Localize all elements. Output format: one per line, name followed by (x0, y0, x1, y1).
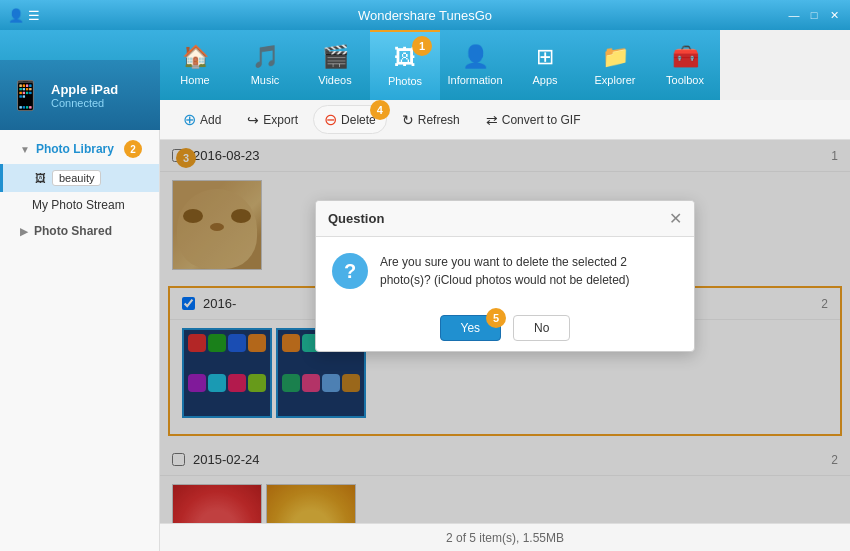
apps-icon: ⊞ (536, 44, 554, 70)
step4-badge: 4 (370, 100, 390, 120)
refresh-icon: ↻ (402, 112, 414, 128)
videos-icon: 🎬 (322, 44, 349, 70)
device-status: Connected (51, 97, 118, 109)
toolbox-icon: 🧰 (672, 44, 699, 70)
photo-library-label: Photo Library (36, 142, 114, 156)
information-icon: 👤 (462, 44, 489, 70)
photo-stream-label: My Photo Stream (32, 198, 125, 212)
beauity-badge: beauity (52, 170, 101, 186)
menu-icon: ☰ (28, 8, 40, 23)
maximize-button[interactable]: □ (806, 7, 822, 23)
dialog-header: Question ✕ (316, 201, 694, 237)
nav-information-label: Information (447, 74, 502, 86)
nav-information[interactable]: 👤 Information (440, 30, 510, 100)
yes-label: Yes (461, 321, 481, 335)
status-text: 2 of 5 item(s), 1.55MB (446, 531, 564, 545)
nav-videos-label: Videos (318, 74, 351, 86)
dialog-message: Are you sure you want to delete the sele… (380, 253, 678, 289)
refresh-button[interactable]: ↻ Refresh (391, 107, 471, 133)
dialog-title: Question (328, 211, 384, 226)
sidebar-item-beauity[interactable]: 🖼 beauity (0, 164, 159, 192)
convert-gif-button[interactable]: ⇄ Convert to GIF (475, 107, 592, 133)
content-area[interactable]: 2016-08-23 1 (160, 140, 850, 523)
yes-button[interactable]: 5 Yes (440, 315, 502, 341)
convert-gif-label: Convert to GIF (502, 113, 581, 127)
nav-apps-label: Apps (532, 74, 557, 86)
export-label: Export (263, 113, 298, 127)
photo-shared-arrow: ▶ (20, 226, 28, 237)
nav-home[interactable]: 🏠 Home (160, 30, 230, 100)
no-button[interactable]: No (513, 315, 570, 341)
add-icon: ⊕ (183, 110, 196, 129)
export-icon: ↪ (247, 112, 259, 128)
device-icon: 📱 (8, 79, 43, 112)
nav-toolbox-label: Toolbox (666, 74, 704, 86)
refresh-label: Refresh (418, 113, 460, 127)
dialog-overlay: Question ✕ ? Are you sure you want to de… (160, 140, 850, 523)
sidebar-item-photo-library[interactable]: ▼ Photo Library 2 (0, 134, 159, 164)
question-dialog: Question ✕ ? Are you sure you want to de… (315, 200, 695, 352)
photo-shared-label: Photo Shared (34, 224, 112, 238)
nav-photos[interactable]: 1 🖼 Photos (370, 30, 440, 100)
add-label: Add (200, 113, 221, 127)
nav-music[interactable]: 🎵 Music (230, 30, 300, 100)
delete-icon: ⊖ (324, 110, 337, 129)
device-panel: 📱 Apple iPad Connected (0, 60, 160, 130)
export-button[interactable]: ↪ Export (236, 107, 309, 133)
no-label: No (534, 321, 549, 335)
dialog-body: ? Are you sure you want to delete the se… (316, 237, 694, 305)
nav-explorer[interactable]: 📁 Explorer (580, 30, 650, 100)
nav-apps[interactable]: ⊞ Apps (510, 30, 580, 100)
window-controls: — □ ✕ (786, 7, 842, 23)
close-button[interactable]: ✕ (826, 7, 842, 23)
nav-explorer-label: Explorer (595, 74, 636, 86)
sidebar: ▶ Camera Roll ▼ Photo Library 2 🖼 beauit… (0, 100, 160, 551)
nav-home-label: Home (180, 74, 209, 86)
dialog-footer: 5 Yes No (316, 305, 694, 351)
sidebar-item-photo-shared[interactable]: ▶ Photo Shared (0, 218, 159, 244)
status-bar: 2 of 5 item(s), 1.55MB (160, 523, 850, 551)
question-icon: ? (332, 253, 368, 289)
home-icon: 🏠 (182, 44, 209, 70)
toolbar: ⊕ Add ↪ Export 4 ⊖ Delete ↻ Refresh ⇄ Co… (160, 100, 850, 140)
title-bar-left: 👤 ☰ (8, 8, 40, 23)
nav-photos-label: Photos (388, 75, 422, 87)
add-button[interactable]: ⊕ Add (172, 105, 232, 134)
main-layout: ▶ Camera Roll ▼ Photo Library 2 🖼 beauit… (0, 100, 850, 551)
dialog-close-button[interactable]: ✕ (669, 209, 682, 228)
nav-toolbox[interactable]: 🧰 Toolbox (650, 30, 720, 100)
app-title: Wondershare TunesGo (358, 8, 492, 23)
device-name: Apple iPad (51, 82, 118, 97)
photo-icon-small: 🖼 (35, 172, 46, 184)
step2-badge: 2 (124, 140, 142, 158)
minimize-button[interactable]: — (786, 7, 802, 23)
device-info: Apple iPad Connected (51, 82, 118, 109)
photo-library-arrow: ▼ (20, 144, 30, 155)
nav-videos[interactable]: 🎬 Videos (300, 30, 370, 100)
convert-icon: ⇄ (486, 112, 498, 128)
title-bar: 👤 ☰ Wondershare TunesGo — □ ✕ (0, 0, 850, 30)
sidebar-item-my-photo-stream[interactable]: My Photo Stream (0, 192, 159, 218)
user-icon: 👤 (8, 8, 24, 23)
music-icon: 🎵 (252, 44, 279, 70)
delete-button[interactable]: 4 ⊖ Delete (313, 105, 387, 134)
step5-badge: 5 (486, 308, 506, 328)
nav-music-label: Music (251, 74, 280, 86)
step1-badge: 1 (412, 36, 432, 56)
explorer-icon: 📁 (602, 44, 629, 70)
